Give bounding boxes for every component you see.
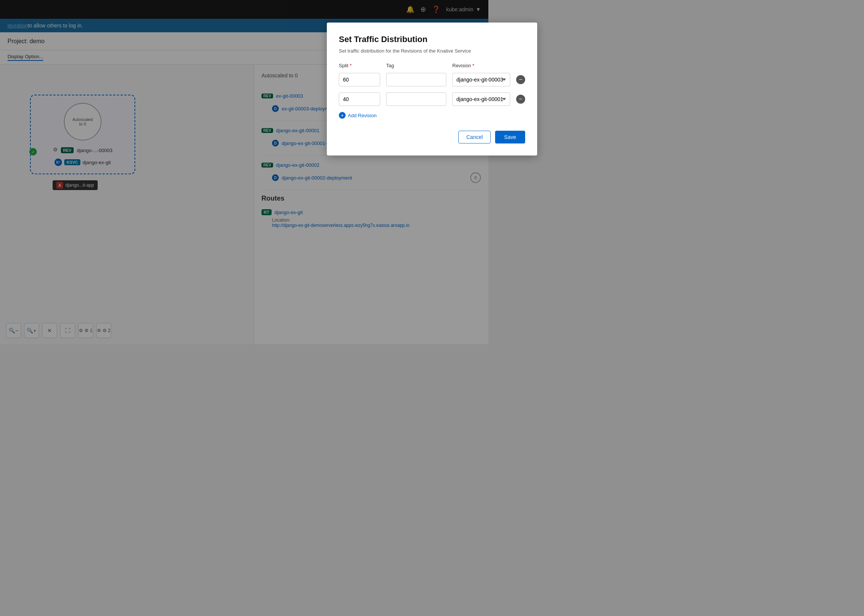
plus-circle-icon: +	[339, 112, 346, 119]
modal-backdrop: Set Traffic Distribution Set traffic dis…	[0, 0, 489, 346]
revision-select-1[interactable]: django-ex-git-00003 django-ex-git-00002 …	[452, 73, 489, 86]
tag-input-2[interactable]	[386, 93, 446, 106]
form-row-2: django-ex-git-00003 django-ex-git-00002 …	[339, 93, 489, 106]
form-row-1: django-ex-git-00003 django-ex-git-00002 …	[339, 73, 489, 86]
split-required: *	[350, 63, 352, 68]
modal-footer: Cancel Save	[339, 131, 489, 143]
split-header: Split *	[339, 63, 380, 68]
form-headers: Split * Tag Revision *	[339, 63, 489, 68]
revision-select-2[interactable]: django-ex-git-00003 django-ex-git-00002 …	[452, 93, 489, 106]
tag-input-1[interactable]	[386, 73, 446, 86]
set-traffic-modal: Set Traffic Distribution Set traffic dis…	[327, 22, 489, 156]
add-revision-button[interactable]: + Add Revision	[339, 112, 489, 119]
revision-header: Revision *	[452, 63, 489, 68]
split-input-1[interactable]	[339, 73, 380, 86]
split-input-2[interactable]	[339, 93, 380, 106]
modal-title: Set Traffic Distribution	[339, 35, 489, 44]
add-revision-label: Add Revision	[348, 113, 377, 118]
modal-subtitle: Set traffic distribution for the Revisio…	[339, 48, 489, 54]
revision-required: *	[472, 63, 474, 68]
tag-header: Tag	[386, 63, 446, 68]
cancel-button[interactable]: Cancel	[458, 131, 489, 143]
